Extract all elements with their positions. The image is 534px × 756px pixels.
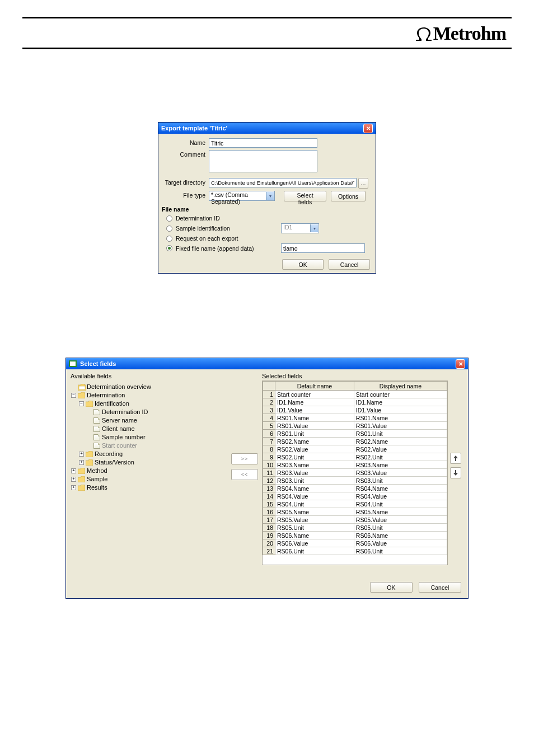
table-row[interactable]: 13RS04.NameRS04.Name: [263, 485, 447, 492]
tree-node[interactable]: +Status/Version: [71, 458, 227, 466]
displayed-name-cell[interactable]: RS01.Name: [354, 414, 447, 422]
target-dir-input[interactable]: [209, 178, 357, 187]
remove-field-button[interactable]: <<: [231, 469, 258, 480]
displayed-name-cell[interactable]: RS05.Name: [354, 508, 447, 516]
name-input[interactable]: [209, 138, 317, 148]
available-fields-tree[interactable]: Determination overview−Determination−Ide…: [71, 381, 227, 565]
expander-icon[interactable]: −: [79, 401, 84, 406]
cancel-button[interactable]: Cancel: [329, 259, 370, 270]
tree-node[interactable]: Server name: [71, 416, 227, 424]
displayed-name-cell[interactable]: Start counter: [354, 391, 447, 398]
table-row[interactable]: 3ID1.ValueID1.Value: [263, 406, 447, 414]
table-row[interactable]: 19RS06.NameRS06.Name: [263, 532, 447, 539]
displayed-name-cell[interactable]: RS03.Value: [354, 469, 447, 477]
tree-node[interactable]: +Recording: [71, 450, 227, 458]
displayed-name-cell[interactable]: RS03.Unit: [354, 477, 447, 485]
table-row[interactable]: 8RS02.ValueRS02.Value: [263, 445, 447, 453]
displayed-name-cell[interactable]: RS04.Unit: [354, 500, 447, 508]
expander-icon[interactable]: −: [71, 393, 76, 398]
fixed-file-input[interactable]: [281, 243, 365, 253]
table-row[interactable]: 5RS01.ValueRS01.Value: [263, 422, 447, 430]
displayed-name-cell[interactable]: RS02.Name: [354, 438, 447, 445]
displayed-name-cell[interactable]: RS01.Unit: [354, 430, 447, 438]
tree-node[interactable]: Determination ID: [71, 408, 227, 416]
close-icon[interactable]: ✕: [456, 359, 465, 369]
expander-icon[interactable]: +: [71, 477, 76, 482]
export-template-dialog: Export template 'Titric' ✕ Name Comment …: [158, 122, 376, 274]
displayed-name-cell[interactable]: RS04.Name: [354, 485, 447, 492]
displayed-name-cell[interactable]: RS01.Value: [354, 422, 447, 430]
default-name-cell: RS03.Name: [275, 461, 354, 469]
tree-node[interactable]: −Identification: [71, 400, 227, 407]
displayed-name-cell[interactable]: RS04.Value: [354, 492, 447, 500]
table-row[interactable]: 12RS03.UnitRS03.Unit: [263, 477, 447, 485]
displayed-name-cell[interactable]: ID1.Name: [354, 398, 447, 406]
radio-sample-ident-label: Sample identification: [176, 225, 281, 232]
selected-fields-table[interactable]: Default name Displayed name 1Start count…: [262, 381, 448, 565]
table-row[interactable]: 2ID1.NameID1.Name: [263, 398, 447, 406]
table-row[interactable]: 9RS02.UnitRS02.Unit: [263, 453, 447, 461]
tree-node[interactable]: Determination overview: [71, 383, 227, 391]
tree-node[interactable]: Sample number: [71, 433, 227, 441]
row-num: 5: [263, 422, 275, 430]
options-button[interactable]: Options: [331, 191, 366, 201]
ok-button[interactable]: OK: [282, 259, 324, 270]
close-icon[interactable]: ✕: [363, 124, 373, 133]
tree-node[interactable]: +Method: [71, 467, 227, 475]
tree-node[interactable]: −Determination: [71, 391, 227, 399]
table-row[interactable]: 18RS05.UnitRS05.Unit: [263, 524, 447, 532]
tree-node[interactable]: Start counter: [71, 442, 227, 449]
tree-node[interactable]: +Sample: [71, 475, 227, 483]
tree-node[interactable]: Client name: [71, 425, 227, 433]
select-fields-button[interactable]: Select fields: [284, 191, 326, 201]
radio-sample-ident[interactable]: [166, 226, 172, 232]
table-row[interactable]: 16RS05.NameRS05.Name: [263, 508, 447, 516]
expander-icon[interactable]: +: [79, 452, 84, 457]
displayed-name-cell[interactable]: RS06.Unit: [354, 547, 447, 555]
row-num-header: [263, 382, 275, 391]
row-num: 12: [263, 477, 275, 485]
selected-fields-label: Selected fields: [262, 373, 448, 379]
tree-label: Method: [87, 467, 107, 474]
expander-icon[interactable]: +: [71, 468, 76, 473]
displayed-name-cell[interactable]: RS02.Unit: [354, 453, 447, 461]
move-down-button[interactable]: [450, 467, 461, 478]
row-num: 17: [263, 516, 275, 524]
displayed-name-cell[interactable]: RS03.Name: [354, 461, 447, 469]
table-row[interactable]: 20RS06.ValueRS06.Value: [263, 539, 447, 547]
displayed-name-cell[interactable]: RS05.Value: [354, 516, 447, 524]
comment-textarea[interactable]: [209, 150, 317, 172]
cancel-button[interactable]: Cancel: [419, 582, 461, 593]
radio-request-each-label: Request on each export: [176, 235, 238, 242]
table-row[interactable]: 14RS04.ValueRS04.Value: [263, 492, 447, 500]
table-row[interactable]: 10RS03.NameRS03.Name: [263, 461, 447, 469]
radio-request-each[interactable]: [166, 236, 172, 242]
file-type-select[interactable]: *.csv (Comma Separated): [209, 191, 275, 201]
table-row[interactable]: 4RS01.NameRS01.Name: [263, 414, 447, 422]
table-row[interactable]: 1Start counterStart counter: [263, 391, 447, 398]
browse-button[interactable]: ...: [358, 178, 368, 189]
row-num: 18: [263, 524, 275, 532]
displayed-name-cell[interactable]: ID1.Value: [354, 406, 447, 414]
expander-icon[interactable]: +: [71, 485, 76, 490]
default-name-cell: RS02.Unit: [275, 453, 354, 461]
table-row[interactable]: 21RS06.UnitRS06.Unit: [263, 547, 447, 555]
table-row[interactable]: 11RS03.ValueRS03.Value: [263, 469, 447, 477]
radio-determination-id[interactable]: [166, 215, 172, 222]
sample-ident-select[interactable]: ID1: [281, 223, 319, 233]
radio-fixed-file[interactable]: [166, 245, 172, 251]
tree-node[interactable]: +Results: [71, 483, 227, 491]
add-field-button[interactable]: >>: [231, 453, 258, 464]
move-up-button[interactable]: [450, 453, 461, 464]
displayed-name-cell[interactable]: RS02.Value: [354, 445, 447, 453]
table-row[interactable]: 17RS05.ValueRS05.Value: [263, 516, 447, 524]
displayed-name-cell[interactable]: RS05.Unit: [354, 524, 447, 532]
displayed-name-cell[interactable]: RS06.Name: [354, 532, 447, 539]
ok-button[interactable]: OK: [370, 582, 413, 593]
displayed-name-cell[interactable]: RS06.Value: [354, 539, 447, 547]
table-row[interactable]: 7RS02.NameRS02.Name: [263, 438, 447, 445]
table-row[interactable]: 15RS04.UnitRS04.Unit: [263, 500, 447, 508]
row-num: 6: [263, 430, 275, 438]
table-row[interactable]: 6RS01.UnitRS01.Unit: [263, 430, 447, 438]
expander-icon[interactable]: +: [79, 460, 84, 465]
